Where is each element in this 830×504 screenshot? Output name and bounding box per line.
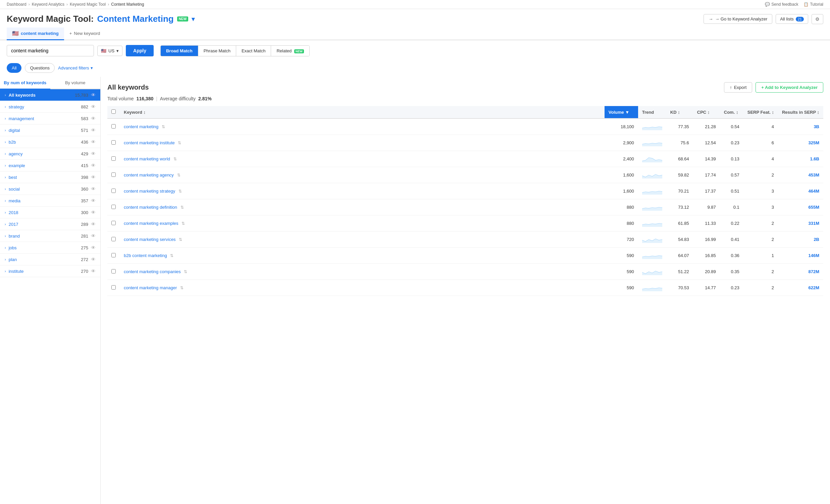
row-checkbox[interactable] <box>111 172 116 177</box>
keyword-link[interactable]: content marketing manager <box>124 285 177 290</box>
sidebar-item-b2b[interactable]: › b2b 436 👁 <box>0 136 100 148</box>
row-checkbox[interactable] <box>111 156 116 161</box>
eye-icon[interactable]: 👁 <box>91 175 96 180</box>
sidebar-item-jobs[interactable]: › jobs 275 👁 <box>0 242 100 254</box>
results-link[interactable]: 622M <box>808 285 819 290</box>
eye-icon[interactable]: 👁 <box>91 127 96 133</box>
phrase-match-button[interactable]: Phrase Match <box>198 45 236 56</box>
keyword-link[interactable]: content marketing agency <box>124 172 174 178</box>
eye-icon[interactable]: 👁 <box>91 198 96 203</box>
row-checkbox[interactable] <box>111 253 116 257</box>
all-filter-button[interactable]: All <box>7 63 22 73</box>
header-kd[interactable]: KD ↕ <box>666 106 693 119</box>
eye-icon[interactable]: 👁 <box>91 116 96 121</box>
related-match-button[interactable]: Related NEW <box>271 45 309 56</box>
keyword-link[interactable]: b2b content marketing <box>124 253 167 258</box>
header-volume[interactable]: Volume ▼ <box>605 106 638 119</box>
send-feedback-link[interactable]: 💬 Send feedback <box>765 2 798 7</box>
breadcrumb-dashboard[interactable]: Dashboard <box>7 2 27 7</box>
search-input[interactable] <box>7 45 94 56</box>
row-checkbox[interactable] <box>111 140 116 145</box>
results-link[interactable]: 453M <box>808 172 819 178</box>
settings-button[interactable]: ⚙ <box>811 14 823 24</box>
row-checkbox[interactable] <box>111 237 116 241</box>
header-checkbox[interactable] <box>107 106 120 119</box>
sidebar-item-2017[interactable]: › 2017 289 👁 <box>0 218 100 230</box>
export-button[interactable]: ↑ Export <box>724 82 752 93</box>
row-checkbox[interactable] <box>111 189 116 193</box>
results-link[interactable]: 146M <box>808 253 819 258</box>
tab-content-marketing[interactable]: 🇺🇸 content marketing <box>7 28 64 40</box>
all-lists-button[interactable]: All lists 21 <box>776 14 808 24</box>
results-link[interactable]: 325M <box>808 140 819 145</box>
row-checkbox[interactable] <box>111 221 116 225</box>
keyword-link[interactable]: content marketing <box>124 124 158 129</box>
results-link[interactable]: 872M <box>808 269 819 274</box>
questions-filter-button[interactable]: Questions <box>25 63 55 73</box>
sidebar-item-digital[interactable]: › digital 571 👁 <box>0 125 100 136</box>
sidebar-tab-by-num[interactable]: By num of keywords <box>0 77 50 89</box>
country-selector[interactable]: 🇺🇸 US ▾ <box>97 45 123 56</box>
eye-icon[interactable]: 👁 <box>91 210 96 215</box>
results-link[interactable]: 331M <box>808 221 819 226</box>
results-link[interactable]: 655M <box>808 205 819 210</box>
sidebar-item-media[interactable]: › media 357 👁 <box>0 195 100 207</box>
eye-icon[interactable]: 👁 <box>91 186 96 192</box>
eye-icon[interactable]: 👁 <box>91 221 96 227</box>
row-checkbox[interactable] <box>111 285 116 290</box>
advanced-filters-button[interactable]: Advanced filters ▾ <box>58 65 93 70</box>
breadcrumb-keyword-magic-tool[interactable]: Keyword Magic Tool <box>70 2 106 7</box>
eye-icon[interactable]: 👁 <box>91 104 96 109</box>
keyword-link[interactable]: content marketing definition <box>124 205 177 210</box>
sidebar-item-institute[interactable]: › institute 270 👁 <box>0 265 100 277</box>
eye-icon[interactable]: 👁 <box>91 269 96 274</box>
header-keyword[interactable]: Keyword ↕ <box>120 106 605 119</box>
tab-new-keyword[interactable]: + New keyword <box>64 28 106 40</box>
keyword-link[interactable]: content marketing strategy <box>124 189 175 194</box>
keyword-link[interactable]: content marketing examples <box>124 221 179 226</box>
keyword-link[interactable]: content marketing services <box>124 237 176 242</box>
row-checkbox[interactable] <box>111 269 116 274</box>
sidebar-item-agency[interactable]: › agency 429 👁 <box>0 148 100 160</box>
exact-match-button[interactable]: Exact Match <box>236 45 272 56</box>
header-serp-feat[interactable]: SERP Feat. ↕ <box>743 106 778 119</box>
keyword-link[interactable]: content marketing companies <box>124 269 181 274</box>
results-link[interactable]: 3B <box>813 124 819 129</box>
sidebar-tab-by-volume[interactable]: By volume <box>50 77 101 89</box>
dropdown-caret-icon[interactable]: ▾ <box>192 15 195 23</box>
eye-icon[interactable]: 👁 <box>91 92 96 98</box>
header-trend[interactable]: Trend <box>638 106 666 119</box>
sidebar-item-best[interactable]: › best 398 👁 <box>0 171 100 183</box>
row-checkbox[interactable] <box>111 205 116 209</box>
add-to-keyword-analyzer-button[interactable]: + Add to Keyword Analyzer <box>756 82 823 93</box>
sidebar-item-plan[interactable]: › plan 272 👁 <box>0 254 100 265</box>
header-com[interactable]: Com. ↕ <box>720 106 743 119</box>
keyword-link[interactable]: content marketing world <box>124 156 170 161</box>
results-link[interactable]: 1.6B <box>810 156 819 161</box>
eye-icon[interactable]: 👁 <box>91 233 96 239</box>
sidebar-item-social[interactable]: › social 360 👁 <box>0 183 100 195</box>
header-cpc[interactable]: CPC ↕ <box>693 106 720 119</box>
keyword-link[interactable]: content marketing institute <box>124 140 175 145</box>
breadcrumb-keyword-analytics[interactable]: Keyword Analytics <box>32 2 64 7</box>
goto-keyword-analyzer-button[interactable]: → → Go to Keyword Analyzer <box>704 14 772 24</box>
eye-icon[interactable]: 👁 <box>91 245 96 250</box>
sidebar-item-All-keywords[interactable]: › All keywords 15,783 👁 <box>0 89 100 101</box>
apply-button[interactable]: Apply <box>126 45 154 56</box>
tutorial-link[interactable]: 📋 Tutorial <box>803 2 823 7</box>
results-link[interactable]: 2B <box>813 237 819 242</box>
row-checkbox[interactable] <box>111 124 116 128</box>
select-all-checkbox[interactable] <box>111 109 116 114</box>
eye-icon[interactable]: 👁 <box>91 139 96 145</box>
sidebar-item-strategy[interactable]: › strategy 882 👁 <box>0 101 100 113</box>
eye-icon[interactable]: 👁 <box>91 163 96 168</box>
sidebar-item-management[interactable]: › management 583 👁 <box>0 113 100 125</box>
sidebar-item-brand[interactable]: › brand 281 👁 <box>0 230 100 242</box>
sidebar-item-2018[interactable]: › 2018 300 👁 <box>0 207 100 218</box>
eye-icon[interactable]: 👁 <box>91 257 96 262</box>
eye-icon[interactable]: 👁 <box>91 151 96 156</box>
broad-match-button[interactable]: Broad Match <box>161 45 198 56</box>
results-link[interactable]: 464M <box>808 189 819 194</box>
sidebar-item-example[interactable]: › example 415 👁 <box>0 160 100 171</box>
header-results-in-serp[interactable]: Results in SERP ↕ <box>778 106 823 119</box>
